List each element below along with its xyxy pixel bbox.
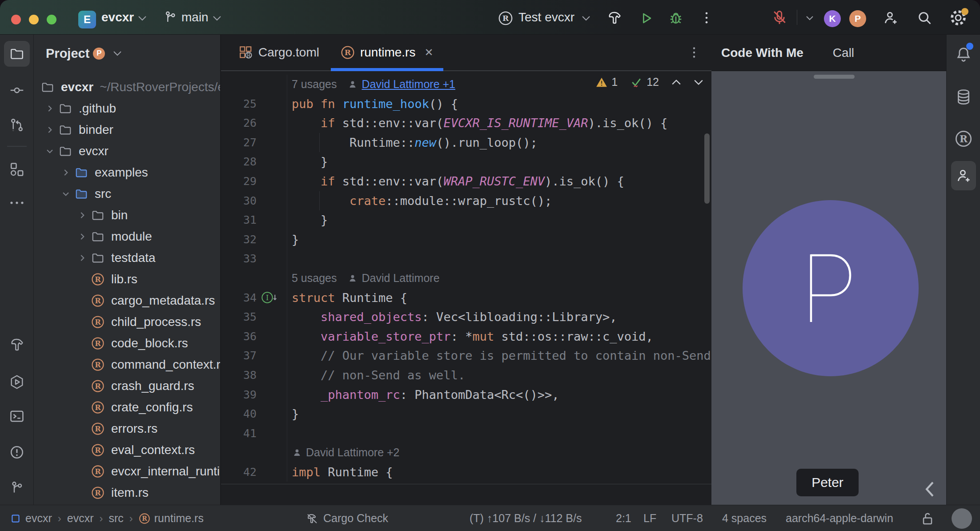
gutter[interactable] xyxy=(257,94,287,114)
line-number[interactable]: 34 xyxy=(221,288,257,308)
gutter[interactable] xyxy=(257,191,287,211)
more-options-kebab-icon[interactable] xyxy=(702,12,711,24)
close-icon[interactable]: ✕ xyxy=(424,46,433,59)
code-line[interactable]: 27 Runtime::new().run_loop(); xyxy=(221,133,711,153)
line-number[interactable]: 27 xyxy=(221,133,257,153)
code-line[interactable]: 32} xyxy=(221,230,711,249)
line-number[interactable]: 31 xyxy=(221,210,257,230)
code-line[interactable]: 29 if std::env::var(WRAP_RUSTC_ENV).is_o… xyxy=(221,172,711,191)
pull-requests-icon[interactable] xyxy=(9,117,25,133)
more-toolwindows-icon[interactable] xyxy=(9,198,25,207)
author-hint[interactable]: David Lattimore +2 xyxy=(306,443,400,463)
tree-item[interactable]: Ritem.rs xyxy=(34,482,220,503)
chevron-down-icon[interactable] xyxy=(806,16,814,20)
chevron-down-icon[interactable] xyxy=(42,145,58,157)
run-configuration-selector[interactable]: Test evcxr xyxy=(518,0,574,35)
gutter[interactable] xyxy=(257,249,287,269)
search-icon[interactable] xyxy=(916,9,933,26)
line-separator-widget[interactable]: LF xyxy=(643,505,656,531)
gutter[interactable] xyxy=(257,210,287,230)
gutter[interactable] xyxy=(257,327,287,346)
code-line[interactable]: 31 } xyxy=(221,210,711,230)
fullscreen-window-button[interactable] xyxy=(47,15,56,24)
gutter[interactable] xyxy=(257,463,287,482)
chevron-right-icon[interactable] xyxy=(74,252,90,264)
line-number[interactable]: 30 xyxy=(221,191,257,211)
code-line[interactable]: 42impl Runtime { xyxy=(221,463,711,482)
chevron-right-icon[interactable] xyxy=(42,103,58,114)
code-line[interactable]: 40} xyxy=(221,404,711,424)
project-toolwindow-button[interactable] xyxy=(4,41,30,67)
tab-code-with-me[interactable]: Code With Me xyxy=(721,46,803,60)
chevron-right-icon[interactable] xyxy=(74,231,90,242)
tree-item[interactable]: src xyxy=(34,183,220,205)
breadcrumb-item[interactable]: evcxr xyxy=(25,505,52,531)
inspection-widget[interactable]: 1 12 xyxy=(596,76,703,88)
line-number[interactable]: 41 xyxy=(221,424,257,443)
code-line[interactable]: 30 crate::module::wrap_rustc(); xyxy=(221,191,711,211)
user-avatar[interactable]: K xyxy=(824,10,841,27)
structure-icon[interactable] xyxy=(9,161,25,177)
code-line[interactable]: 28 } xyxy=(221,152,711,172)
user-avatar[interactable]: P xyxy=(849,10,866,27)
project-icon[interactable]: E xyxy=(78,11,96,28)
database-icon[interactable] xyxy=(955,88,972,106)
breadcrumb-item[interactable]: runtime.rs xyxy=(154,505,204,531)
tab-runtime-rs[interactable]: R runtime.rs ✕ xyxy=(330,35,444,70)
author-hint[interactable]: David Lattimore +1 xyxy=(361,75,455,94)
microphone-muted-icon[interactable] xyxy=(771,9,788,26)
commit-icon[interactable] xyxy=(9,82,25,98)
usages-hint[interactable]: 5 usages xyxy=(292,269,337,288)
breadcrumb-item[interactable]: src xyxy=(108,505,123,531)
tab-options-kebab-icon[interactable] xyxy=(688,47,700,58)
caret-position-widget[interactable]: 2:1 xyxy=(616,505,631,531)
line-number[interactable]: 25 xyxy=(221,94,257,114)
terminal-icon[interactable] xyxy=(9,408,25,424)
editor-scrollbar[interactable] xyxy=(704,133,710,204)
code-line[interactable]: 38 // non-Send as well. xyxy=(221,366,711,385)
toolchain-widget[interactable]: aarch64-apple-darwin xyxy=(786,505,893,531)
indent-widget[interactable]: 4 spaces xyxy=(722,505,767,531)
breadcrumb-item[interactable]: evcxr xyxy=(67,505,94,531)
encoding-widget[interactable]: UTF-8 xyxy=(671,505,703,531)
version-control-icon[interactable] xyxy=(9,480,25,496)
drag-handle[interactable] xyxy=(814,75,855,79)
line-number[interactable]: 26 xyxy=(221,113,257,133)
memory-indicator[interactable] xyxy=(952,508,972,529)
project-panel-header[interactable]: Project P xyxy=(34,43,122,64)
chevron-down-icon[interactable] xyxy=(694,79,703,85)
gutter[interactable] xyxy=(257,152,287,172)
tree-item[interactable]: testdata xyxy=(34,247,220,269)
tree-item[interactable]: Reval_context.rs xyxy=(34,439,220,461)
tree-item[interactable]: .github xyxy=(34,98,220,119)
gutter[interactable] xyxy=(257,366,287,385)
code-line[interactable]: 39 _phantom_rc: PhantomData<Rc<()>>, xyxy=(221,385,711,405)
line-number[interactable]: 32 xyxy=(221,230,257,249)
chevron-right-icon[interactable] xyxy=(74,209,90,221)
line-number[interactable]: 28 xyxy=(221,152,257,172)
author-hint[interactable]: David Lattimore xyxy=(361,269,439,288)
inlay-hint[interactable]: David Lattimore +2 xyxy=(221,443,711,463)
gutter[interactable] xyxy=(257,385,287,405)
tree-item[interactable]: evcxr~/RustRoverProjects/evc xyxy=(34,76,220,98)
tree-item[interactable]: Rcode_block.rs xyxy=(34,333,220,354)
code-line[interactable]: 25pub fn runtime_hook() { xyxy=(221,94,711,114)
tree-item[interactable]: Rcrate_config.rs xyxy=(34,397,220,418)
run-icon[interactable] xyxy=(639,11,654,26)
tree-item[interactable]: examples xyxy=(34,162,220,183)
gutter[interactable]: I xyxy=(257,288,287,308)
line-number[interactable]: 33 xyxy=(221,249,257,269)
code-line[interactable]: 34Istruct Runtime { xyxy=(221,288,711,308)
line-number[interactable]: 35 xyxy=(221,307,257,327)
gutter[interactable] xyxy=(257,404,287,424)
problems-icon[interactable] xyxy=(9,444,25,460)
usages-hint[interactable]: 7 usages xyxy=(292,75,337,94)
chevron-down-icon[interactable] xyxy=(58,188,74,200)
cargo-check-widget[interactable]: Cargo Check xyxy=(305,505,388,531)
chevron-right-icon[interactable] xyxy=(58,167,74,178)
tree-item[interactable]: Rcargo_metadata.rs xyxy=(34,290,220,311)
collapse-panel-icon[interactable] xyxy=(923,481,936,497)
line-number[interactable]: 29 xyxy=(221,172,257,191)
line-number[interactable]: 39 xyxy=(221,385,257,405)
chevron-down-icon[interactable] xyxy=(113,51,122,56)
